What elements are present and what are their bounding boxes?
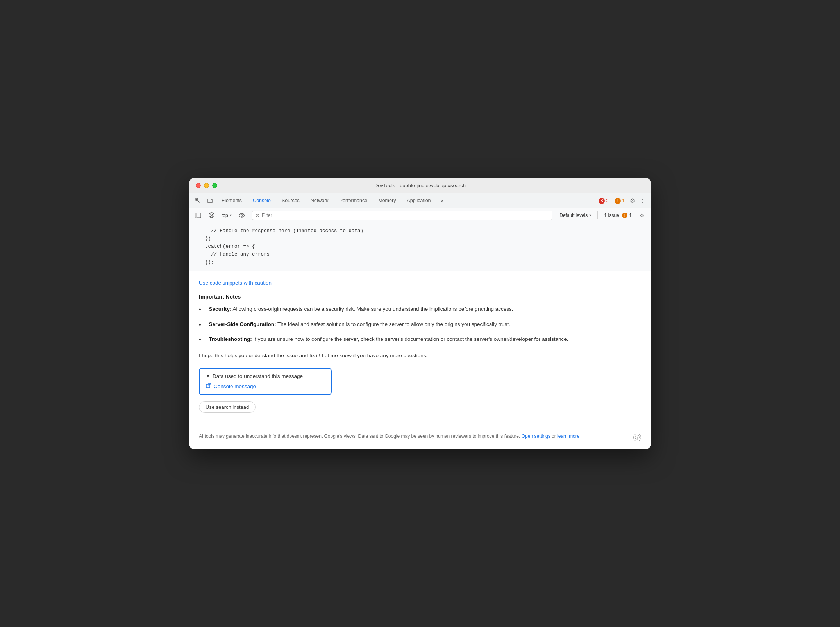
warning-icon: ! (615, 198, 621, 204)
svg-point-8 (241, 215, 243, 216)
warnings-badge[interactable]: ! 1 (612, 197, 627, 205)
window-title: DevTools - bubble-jingle.web.app/search (374, 183, 466, 188)
context-selector[interactable]: top ▾ (219, 212, 234, 219)
issue-warning-icon: ! (622, 213, 627, 218)
code-line: }); (205, 258, 643, 266)
filter-icon: ⊘ (256, 213, 259, 218)
note-text: Troubleshooting: If you are unsure how t… (209, 335, 568, 344)
chevron-down-icon: ▾ (589, 213, 591, 217)
data-used-box: ▼ Data used to understand this message C… (199, 368, 332, 395)
console-message-link[interactable]: Console message (206, 383, 325, 390)
tab-memory[interactable]: Memory (373, 193, 401, 208)
filter-input[interactable] (262, 213, 549, 218)
error-icon: ✕ (599, 198, 605, 204)
list-item: Security: Allowing cross-origin requests… (199, 305, 641, 314)
list-item: Server-Side Configuration: The ideal and… (199, 321, 641, 329)
important-notes-title: Important Notes (199, 294, 641, 300)
data-used-header[interactable]: ▼ Data used to understand this message (206, 373, 325, 379)
tab-elements[interactable]: Elements (216, 193, 247, 208)
footer-text: AI tools may generate inaccurate info th… (199, 433, 629, 440)
code-line: // Handle any errors (205, 251, 643, 258)
open-settings-link[interactable]: Open settings (522, 434, 550, 439)
chevron-down-icon: ▾ (230, 213, 232, 217)
note-bold: Security: (209, 306, 232, 312)
tab-sources[interactable]: Sources (276, 193, 305, 208)
device-toolbar-icon[interactable] (204, 195, 216, 207)
filter-input-wrap[interactable]: ⊘ (252, 211, 553, 220)
sidebar-toggle-icon[interactable] (193, 210, 204, 221)
notes-list: Security: Allowing cross-origin requests… (199, 305, 641, 344)
tab-network[interactable]: Network (305, 193, 334, 208)
external-link-icon (206, 383, 211, 390)
clear-console-icon[interactable] (206, 210, 217, 221)
tab-performance[interactable]: Performance (334, 193, 373, 208)
caution-link[interactable]: Use code snippets with caution (199, 280, 272, 286)
note-text: Security: Allowing cross-origin requests… (209, 305, 513, 314)
info-icon[interactable]: ⓘ (633, 434, 641, 441)
more-tabs-icon[interactable]: » (436, 195, 448, 207)
tab-console[interactable]: Console (247, 193, 276, 208)
ai-footer: AI tools may generate inaccurate info th… (199, 427, 641, 441)
console-toolbar: top ▾ ⊘ Default levels ▾ 1 Issue: ! 1 ⚙ (189, 208, 651, 222)
note-text: Server-Side Configuration: The ideal and… (209, 321, 510, 329)
code-block: // Handle the response here (limited acc… (189, 222, 651, 271)
ai-panel: Use code snippets with caution Important… (189, 271, 651, 449)
svg-rect-9 (206, 384, 210, 388)
svg-rect-2 (211, 200, 213, 202)
issue-badge[interactable]: 1 Issue: ! 1 (602, 212, 634, 219)
tab-application[interactable]: Application (401, 193, 436, 208)
inspect-element-icon[interactable] (193, 195, 204, 207)
svg-rect-1 (208, 199, 211, 203)
note-bold: Server-Side Configuration: (209, 321, 276, 327)
code-line: .catch(error => { (205, 243, 643, 251)
code-line: }) (205, 235, 643, 243)
console-settings-icon[interactable]: ⚙ (636, 210, 647, 221)
code-line: // Handle the response here (limited acc… (205, 227, 643, 235)
default-levels-selector[interactable]: Default levels ▾ (557, 212, 593, 219)
devtools-tabs-bar: Elements Console Sources Network Perform… (189, 193, 651, 208)
titlebar: DevTools - bubble-jingle.web.app/search (189, 178, 651, 193)
devtools-window: DevTools - bubble-jingle.web.app/search … (189, 178, 651, 449)
list-item: Troubleshooting: If you are unsure how t… (199, 335, 641, 344)
eye-icon[interactable] (236, 210, 247, 221)
triangle-icon: ▼ (206, 374, 210, 378)
divider (597, 211, 598, 219)
maximize-button[interactable] (212, 183, 217, 188)
hope-text: I hope this helps you understand the iss… (199, 352, 641, 360)
errors-badge[interactable]: ✕ 2 (596, 197, 611, 205)
console-content: // Handle the response here (limited acc… (189, 222, 651, 449)
close-button[interactable] (196, 183, 201, 188)
use-search-instead-button[interactable]: Use search instead (199, 401, 256, 413)
minimize-button[interactable] (204, 183, 209, 188)
settings-gear-icon[interactable]: ⚙ (627, 195, 638, 206)
learn-more-link[interactable]: learn more (557, 434, 579, 439)
note-bold: Troubleshooting: (209, 336, 252, 342)
traffic-lights (196, 183, 217, 188)
more-options-icon[interactable]: ⋮ (638, 195, 647, 206)
svg-rect-4 (195, 213, 197, 218)
